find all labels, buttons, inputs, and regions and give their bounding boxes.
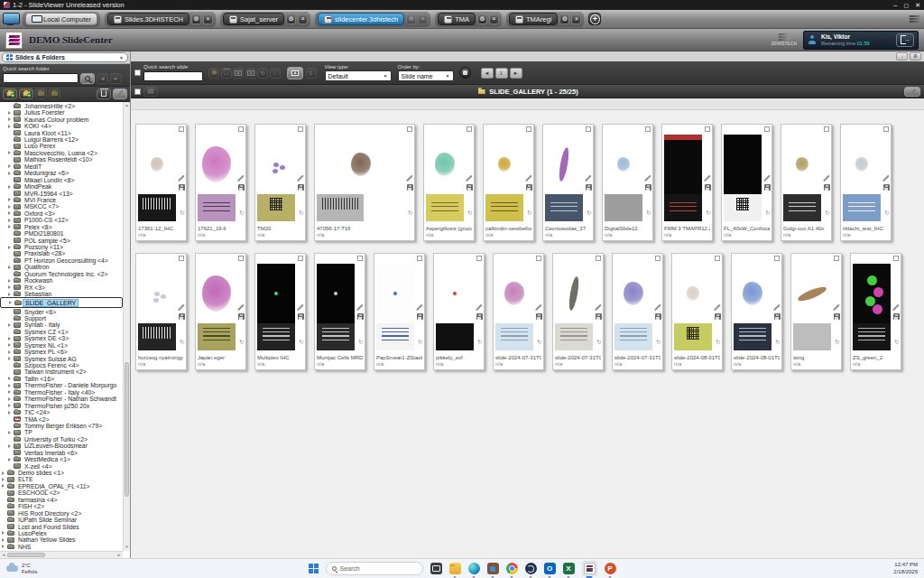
taskbar-clock[interactable]: 12:47 PM 2/18/2025 — [893, 562, 918, 575]
close-icon[interactable]: ✕ — [915, 2, 920, 8]
tree-item[interactable]: MVI France — [0, 197, 123, 203]
tree-item[interactable]: Praxislab <28> — [0, 250, 123, 256]
refresh-icon[interactable]: ↻ — [180, 340, 184, 346]
slide-edit-icon[interactable] — [585, 174, 592, 182]
slide-edit-icon[interactable] — [525, 174, 532, 182]
tab-close-button[interactable]: × — [571, 14, 581, 24]
tree-item[interactable]: Tommy Berger Eriksen <79> — [0, 423, 123, 429]
tree-item[interactable]: ThermoFisher p250 20x — [0, 402, 123, 408]
expand-icon[interactable] — [8, 125, 12, 128]
slide-card[interactable]: ↻17361-12_IHCn/a — [135, 124, 187, 241]
slide-checkbox[interactable] — [298, 126, 303, 132]
tree-item[interactable]: Nathan Yellow Slides — [0, 536, 123, 543]
slide-edit-icon[interactable] — [535, 303, 542, 311]
horizontal-scroll-thumb[interactable] — [7, 553, 45, 557]
slide-card[interactable]: ↻pikkely_exfn/a — [433, 253, 485, 370]
scroll-left-icon[interactable]: ◄ — [0, 553, 7, 557]
slide-edit-icon[interactable] — [763, 174, 771, 182]
refresh-icon[interactable]: ↻ — [835, 340, 839, 346]
expand-icon[interactable] — [8, 211, 12, 215]
expand-icon[interactable] — [8, 343, 12, 347]
tree-item[interactable]: Julius Foerster — [0, 109, 123, 116]
expand-icon[interactable] — [8, 444, 12, 448]
folder-next-button[interactable]: ► — [110, 73, 122, 84]
tree-item[interactable]: TMA <2> — [0, 415, 123, 422]
slide-save-icon[interactable] — [238, 184, 245, 191]
slide-action-button-6[interactable]: ↓ — [270, 68, 281, 79]
slide-checkbox[interactable] — [764, 126, 770, 132]
slide-edit-icon[interactable] — [406, 174, 413, 182]
refresh-icon[interactable]: ↻ — [408, 210, 412, 217]
new-subfolder-button[interactable] — [19, 89, 33, 99]
expand-icon[interactable] — [8, 198, 12, 201]
tree-item[interactable]: TP — [0, 429, 123, 435]
expand-icon[interactable] — [8, 411, 12, 415]
refresh-icon[interactable]: ↻ — [765, 210, 770, 217]
slide-card[interactable]: ↻horcsog nyalmirigyn/a — [135, 253, 187, 370]
expand-icon[interactable] — [8, 205, 12, 209]
tree-item[interactable]: UZLeuven-Bloodsmear — [0, 443, 123, 449]
expand-icon[interactable] — [2, 484, 5, 488]
edit-gallery-button[interactable] — [904, 87, 920, 97]
slide-checkbox[interactable] — [407, 126, 412, 132]
tab-close-button[interactable]: × — [489, 14, 499, 24]
slide-card[interactable]: ↻ZS_green_2n/a — [850, 253, 901, 370]
delete-folder-button[interactable] — [97, 89, 111, 99]
tree-item[interactable]: PT Horizon Geoconsulting <4> — [0, 257, 123, 264]
slide-card[interactable]: ↻FL_40xW_Confocal_co...n/a — [721, 124, 772, 241]
slide-edit-icon[interactable] — [297, 174, 304, 182]
tree-item[interactable]: HIS Root Directory <2> — [0, 509, 123, 516]
vertical-scroll-thumb[interactable] — [125, 362, 129, 497]
settings-button[interactable]: ⚙ — [910, 52, 921, 61]
tree-item[interactable]: University of Turku <2> — [0, 436, 123, 443]
tree-item[interactable]: Luso Perex — [0, 143, 123, 149]
expand-icon[interactable] — [8, 225, 12, 228]
refresh-icon[interactable]: ↻ — [299, 210, 303, 217]
slide-card[interactable]: ↻Japán egérn/a — [195, 253, 246, 370]
tree-item[interactable]: POL sample <5> — [0, 237, 123, 243]
tree-item[interactable]: Sebastian — [0, 291, 123, 297]
slide-checkbox[interactable] — [893, 256, 899, 261]
tree-item[interactable]: Mathias Rosenfeldt <10> — [0, 156, 123, 163]
tree-item[interactable]: Oxford <3> — [0, 210, 123, 217]
expand-icon[interactable] — [8, 279, 12, 283]
tree-item[interactable]: Rockwash — [0, 277, 123, 284]
page-next-button[interactable]: ► — [510, 68, 522, 79]
slide-save-icon[interactable] — [645, 184, 651, 191]
slide-edit-icon[interactable] — [714, 303, 721, 311]
slide-save-icon[interactable] — [417, 313, 423, 320]
expand-icon[interactable] — [8, 350, 12, 354]
tree-item[interactable]: Luigui Barrera <12> — [0, 136, 123, 143]
outlook-icon[interactable] — [544, 563, 556, 574]
slide-card[interactable]: ↻slide-2024-08-01T03-...n/a — [671, 253, 723, 370]
slide-edit-icon[interactable] — [823, 174, 830, 182]
refresh-icon[interactable]: ↻ — [358, 340, 363, 346]
tree-item[interactable]: Taiwan Instrument <2> — [0, 368, 123, 375]
slide-checkbox[interactable] — [655, 256, 661, 261]
refresh-icon[interactable]: ↻ — [646, 210, 651, 217]
excel-icon[interactable] — [563, 563, 575, 574]
maximize-icon[interactable]: ▢ — [903, 3, 909, 8]
folder-prev-button[interactable]: ◄ — [97, 73, 108, 84]
tree-item[interactable]: LusoPelex — [0, 530, 123, 536]
refresh-icon[interactable]: ↻ — [239, 340, 244, 346]
tree-item[interactable]: Sysmex Suisse AG — [0, 355, 123, 361]
taskbar-search[interactable]: Search — [326, 562, 423, 575]
view-type-select[interactable]: Default▼ — [325, 70, 392, 81]
batch-select-checkbox[interactable] — [134, 89, 141, 95]
slide-edit-icon[interactable] — [178, 303, 185, 311]
slide-save-icon[interactable] — [893, 313, 900, 320]
tree-item[interactable]: Szipocs Ferenc <4> — [0, 362, 123, 368]
slide-save-icon[interactable] — [764, 184, 771, 191]
slide-search-checkbox[interactable] — [134, 70, 141, 76]
folder-search-input[interactable] — [3, 73, 79, 83]
expand-icon[interactable] — [8, 323, 12, 327]
expand-icon[interactable] — [2, 531, 5, 535]
slide-card[interactable]: ↻Muntjac Cells MRDI 40xn/a — [314, 253, 365, 370]
slide-save-icon[interactable] — [596, 313, 602, 320]
expand-icon[interactable] — [8, 246, 12, 249]
thumbnail-view-button[interactable] — [287, 67, 303, 79]
tab-settings-button[interactable]: ⚙ — [406, 14, 416, 24]
tree-item[interactable]: ThermoFisher - Italy <40> — [0, 389, 123, 396]
slide-checkbox[interactable] — [705, 126, 710, 132]
